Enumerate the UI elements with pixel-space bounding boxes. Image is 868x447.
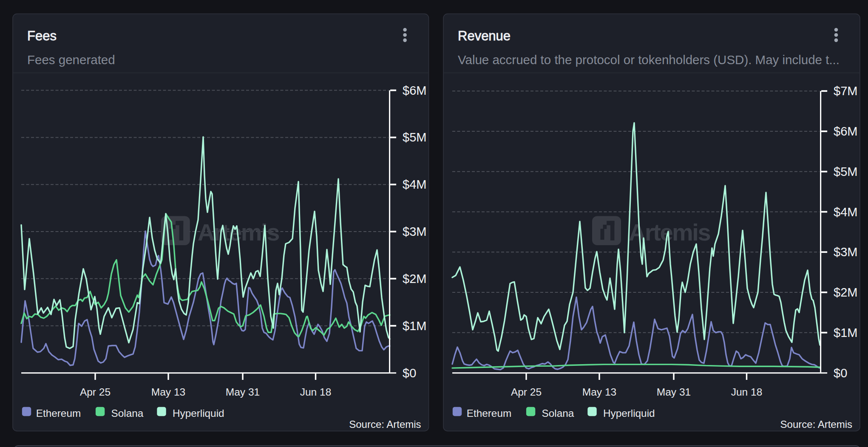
svg-text:$5M: $5M [403,130,426,144]
svg-text:Jun 18: Jun 18 [300,386,332,398]
svg-text:$4M: $4M [834,205,857,219]
svg-text:Jun 18: Jun 18 [731,386,763,398]
svg-text:$6M: $6M [834,124,857,138]
svg-text:$0: $0 [834,366,847,380]
svg-text:Fees: Fees [27,28,57,43]
svg-text:$2M: $2M [403,272,426,286]
svg-text:May 31: May 31 [226,386,260,398]
svg-text:$1M: $1M [834,326,857,339]
svg-text:$3M: $3M [403,225,426,238]
svg-text:$6M: $6M [403,84,426,97]
svg-text:Solana: Solana [111,407,144,419]
svg-text:May 31: May 31 [657,386,691,398]
svg-text:Apr 25: Apr 25 [80,386,111,398]
svg-text:Apr 25: Apr 25 [511,386,542,398]
svg-text:Value accrued to the protocol: Value accrued to the protocol or tokenho… [458,53,840,67]
svg-text:Source: Artemis: Source: Artemis [349,419,421,430]
svg-text:$4M: $4M [403,178,426,191]
svg-text:May 13: May 13 [151,386,185,398]
svg-text:$5M: $5M [834,165,857,178]
svg-text:Hyperliquid: Hyperliquid [603,407,655,419]
svg-text:$0: $0 [403,366,416,380]
svg-text:Hyperliquid: Hyperliquid [173,407,224,419]
svg-text:May 13: May 13 [582,386,616,398]
svg-text:$7M: $7M [834,84,857,98]
svg-text:Ethereum: Ethereum [36,407,81,419]
svg-text:Solana: Solana [542,407,574,419]
svg-text:$2M: $2M [834,286,857,299]
svg-text:Revenue: Revenue [458,28,511,43]
svg-text:$1M: $1M [403,319,426,333]
svg-text:Fees generated: Fees generated [27,53,115,67]
svg-text:Ethereum: Ethereum [467,407,511,419]
svg-text:Source: Artemis: Source: Artemis [780,419,852,430]
svg-text:$3M: $3M [834,245,857,259]
